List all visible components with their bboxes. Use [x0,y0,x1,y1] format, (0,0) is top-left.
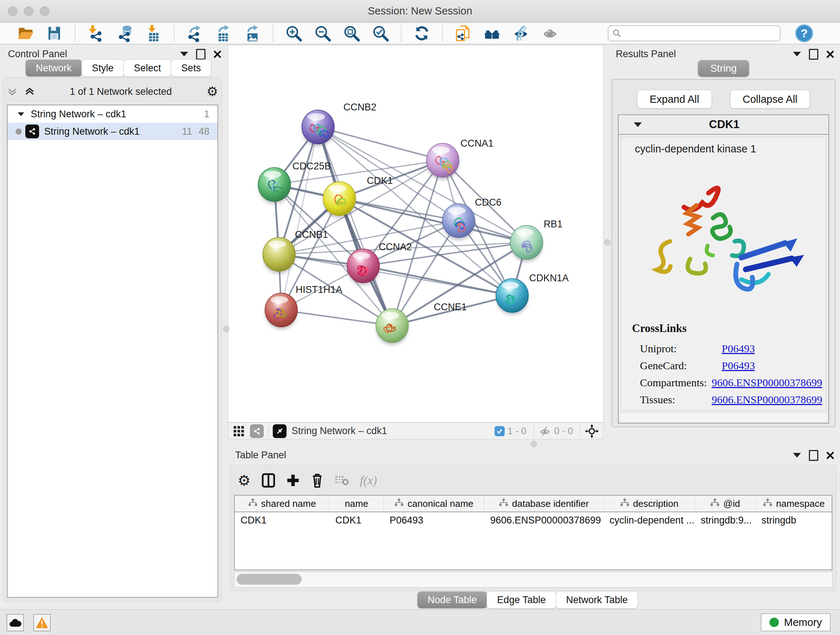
network-edge[interactable] [318,127,392,325]
panel-menu-icon[interactable] [180,52,188,57]
panel-menu-icon[interactable] [793,52,801,57]
cloud-button[interactable] [6,614,24,631]
network-collection-row[interactable]: String Network – cdk1 1 [8,105,218,123]
table-cell[interactable]: stringdb:9... [695,512,756,528]
table-row[interactable]: CDK1CDK1P064939606.ENSP00000378699cyclin… [235,512,832,528]
float-panel-icon[interactable] [809,450,818,461]
table-cell[interactable]: 9606.ENSP00000378699 [485,512,604,528]
network-canvas[interactable]: CCNB2CCNA1CDC25BCDK1CDC6RB1CCNB1CCNA2CDK… [228,45,603,423]
node-label: CDC25B [292,161,331,172]
splitpane-handle[interactable] [531,441,537,447]
accordion-collapse-icon[interactable] [634,122,642,127]
column-header-shared-name[interactable]: shared name [235,496,330,511]
close-panel-icon[interactable] [213,50,221,58]
float-panel-icon[interactable] [196,49,205,60]
network-node[interactable]: CCNA1 [426,138,493,180]
tree-expand-icon[interactable] [18,112,24,116]
import-table-icon[interactable] [144,24,163,43]
crosslink-link[interactable]: P06493 [722,410,755,411]
float-panel-icon[interactable] [809,49,818,60]
toolbar-separator [273,25,273,42]
splitpane-handle[interactable] [605,239,611,245]
splitpane-handle[interactable] [223,326,229,332]
expand-all-button[interactable]: Expand All [637,90,712,109]
tab-string[interactable]: String [698,60,749,77]
collapse-all-button[interactable]: Collapse All [730,90,810,109]
birds-eye-view-icon[interactable] [273,424,286,438]
column-label: name [345,498,368,509]
panel-menu-icon[interactable] [793,453,801,458]
zoom-out-icon[interactable] [313,24,332,43]
table-cell[interactable]: P06493 [384,512,485,528]
tab-select[interactable]: Select [123,59,172,77]
network-node[interactable]: CDKN1A [496,272,569,315]
zoom-selected-icon[interactable] [371,24,390,43]
tab-node-table[interactable]: Node Table [417,591,487,608]
open-session-icon[interactable] [16,24,35,43]
import-network-file-icon[interactable] [86,24,105,43]
export-image-icon[interactable] [243,24,262,43]
table-cell[interactable]: CDK1 [235,512,330,528]
table-cell[interactable]: stringdb [756,512,832,528]
column-label: description [633,498,679,509]
delete-column-icon[interactable] [311,473,324,488]
column-header-name[interactable]: name [330,496,384,511]
tab-edge-table[interactable]: Edge Table [486,591,556,608]
application-window: Session: New Session ? Control Panel [0,0,840,635]
network-share-icon[interactable] [250,424,264,438]
tab-style[interactable]: Style [81,59,124,77]
help-button[interactable]: ? [795,24,813,42]
tab-network[interactable]: Network [25,59,82,77]
expand-all-icon[interactable] [24,86,35,97]
crosslink-link[interactable]: P06493 [722,359,755,372]
show-columns-icon[interactable] [262,473,275,488]
table-options-gear-icon[interactable]: ⚙ [238,473,251,488]
home-icon[interactable] [483,24,501,43]
column-header-canonical-name[interactable]: canonical name [384,496,485,511]
selected-checkbox-icon[interactable] [494,426,505,436]
network-node[interactable]: HIST1H1A [265,284,342,329]
table-hscrollbar-track[interactable] [234,572,832,587]
network-node[interactable]: CDC25B [258,161,331,204]
export-table-icon[interactable] [214,24,233,43]
string-protein-query-icon[interactable] [454,24,472,43]
network-node[interactable]: RB1 [510,219,562,262]
refresh-icon[interactable] [412,24,431,43]
export-network-icon[interactable] [185,24,204,43]
crosslink-link[interactable]: 9606.ENSP00000378699 [712,394,822,406]
import-network-database-icon[interactable] [115,24,134,43]
tab-network-table[interactable]: Network Table [556,591,638,608]
zoom-fit-icon[interactable] [342,24,361,43]
warnings-button[interactable] [33,614,51,631]
results-scrollbar-track[interactable] [621,412,826,421]
column-header-@id[interactable]: @id [695,496,756,511]
close-panel-icon[interactable] [826,50,834,58]
network-row[interactable]: String Network – cdk1 11 48 [8,123,218,140]
memory-button[interactable]: Memory [761,613,831,631]
table-hscrollbar-thumb[interactable] [237,574,302,585]
hide-panels-icon[interactable] [512,24,531,43]
crosslink-link[interactable]: 9606.ENSP00000378699 [712,377,822,389]
protein-accordion-header[interactable]: CDK1 [619,115,829,135]
show-panels-icon[interactable] [540,24,559,43]
create-column-icon[interactable] [286,473,300,487]
table-cell[interactable]: CDK1 [330,512,384,528]
save-session-icon[interactable] [45,24,64,43]
column-header-namespace[interactable]: namespace [756,496,832,511]
close-panel-icon[interactable] [826,451,834,459]
gear-icon[interactable]: ⚙ [207,85,218,98]
zoom-in-icon[interactable] [284,24,303,43]
crosslink-link[interactable]: P06493 [722,342,755,355]
column-header-description[interactable]: description [604,496,695,511]
grid-view-icon[interactable] [233,425,245,437]
column-header-database-identifier[interactable]: database identifier [485,496,604,511]
network-edge-count: 48 [199,126,210,137]
table-cell[interactable]: cyclin-dependent ... [604,512,695,528]
network-edge[interactable] [363,266,512,295]
search-input[interactable] [608,25,781,41]
network-graph[interactable]: CCNB2CCNA1CDC25BCDK1CDC6RB1CCNB1CCNA2CDK… [228,45,603,422]
network-edge[interactable] [281,310,392,325]
tab-sets[interactable]: Sets [171,59,211,77]
collapse-all-icon[interactable] [7,86,18,97]
pan-move-icon[interactable] [585,424,599,438]
